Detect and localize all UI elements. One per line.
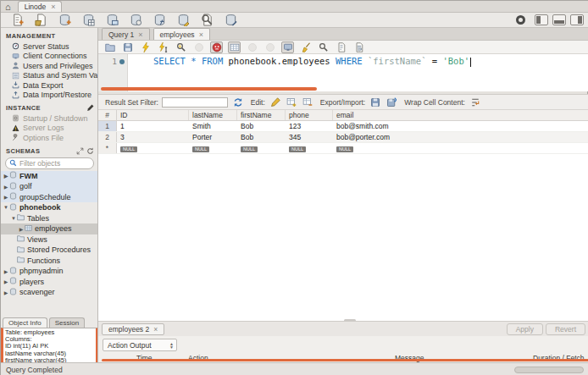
execute-current-icon[interactable] [157, 41, 169, 53]
create-schema-icon[interactable] [58, 14, 72, 27]
toggle-bottom-panel-icon[interactable] [552, 14, 566, 25]
expand-collapse-icon[interactable] [76, 147, 84, 155]
grid-cell[interactable]: bob@smith.com [333, 121, 588, 131]
sidebar-item-startup-shutdown[interactable]: Startup / Shutdown [1, 113, 97, 124]
grid-cell[interactable]: NULL [117, 143, 189, 153]
schema-filter-input[interactable] [19, 159, 87, 168]
tree-item-fwm[interactable]: ▶FWM [1, 171, 97, 182]
revert-button[interactable]: Revert [546, 323, 585, 335]
export-recordset-icon[interactable] [369, 97, 381, 108]
grid-cell[interactable]: 123 [286, 121, 333, 131]
chevron-down-icon[interactable]: ▼ [3, 205, 9, 210]
grid-cell[interactable]: 3 [117, 132, 189, 142]
editor-hscrollbar-thumb[interactable] [101, 87, 317, 91]
connection-tab-linode[interactable]: Linode × [18, 1, 63, 12]
grid-col-email[interactable]: email [333, 110, 588, 120]
tree-item-players[interactable]: ▶players [1, 277, 97, 288]
open-sql-file-icon[interactable] [34, 14, 48, 27]
sidebar-item-client-connections[interactable]: Client Connections [1, 52, 97, 62]
tree-item-views[interactable]: Views [1, 234, 97, 245]
grid-cell[interactable]: NULL [333, 143, 588, 153]
grid-row[interactable]: 23PorterBob345bob@porter.com [98, 132, 588, 143]
grid-cell[interactable]: NULL [189, 143, 237, 153]
chevron-down-icon[interactable]: ▼ [10, 216, 17, 221]
grid-cell[interactable]: Porter [189, 132, 237, 142]
explain-icon[interactable] [175, 41, 187, 53]
refresh-grid-icon[interactable] [232, 97, 244, 108]
wrap-text-icon[interactable] [352, 41, 365, 53]
grid-col-firstname[interactable]: firstName [237, 110, 286, 120]
wrap-cell-icon[interactable] [469, 97, 481, 108]
reconnect-icon[interactable] [224, 14, 238, 27]
chevron-right-icon[interactable]: ▶ [3, 173, 9, 179]
sql-code-editor[interactable]: 1 SELECT * FROM phonebook.employees WHER… [98, 54, 588, 91]
result-tab-employees-2[interactable]: employees 2 × [102, 323, 164, 335]
toggle-right-panel-icon[interactable] [570, 14, 584, 25]
tree-item-tables[interactable]: ▼Tables [1, 213, 97, 224]
grid-rownum-cell[interactable]: 1 [98, 121, 117, 131]
insert-row-icon[interactable] [286, 97, 297, 108]
autocommit-icon[interactable] [281, 41, 294, 53]
tab-session[interactable]: Session [49, 317, 85, 328]
sidebar-item-data-import-restore[interactable]: Data Import/Restore [1, 91, 97, 101]
tree-item-employees[interactable]: ▶employees [1, 223, 97, 234]
tab-employees[interactable]: employees× [153, 28, 210, 40]
instance-config-icon[interactable] [86, 104, 94, 112]
toggle-left-panel-icon[interactable] [535, 14, 548, 25]
toggle-stop-on-error-icon[interactable] [210, 41, 223, 53]
alter-object-icon[interactable] [176, 14, 191, 27]
sidebar-item-data-export[interactable]: Data Export [1, 80, 97, 91]
create-function-icon[interactable] [153, 14, 167, 27]
execute-icon[interactable] [139, 41, 152, 53]
refresh-schemas-icon[interactable] [86, 147, 94, 155]
grid-col-rownum[interactable]: # [98, 110, 117, 120]
chevron-right-icon[interactable]: ▶ [3, 184, 9, 190]
chevron-right-icon[interactable]: ▶ [3, 278, 9, 284]
tree-item-scavenger[interactable]: ▶scavenger [1, 287, 97, 298]
find-icon[interactable] [317, 41, 330, 53]
new-sql-tab-icon[interactable] [10, 14, 25, 27]
grid-cell[interactable]: Bob [237, 132, 286, 142]
sidebar-item-users-and-privileges[interactable]: Users and Privileges [1, 61, 97, 71]
invisible-chars-icon[interactable] [335, 41, 347, 53]
close-icon[interactable]: × [153, 325, 158, 334]
grid-cell[interactable]: bob@porter.com [333, 132, 588, 142]
chevron-right-icon[interactable]: ▶ [3, 290, 9, 295]
tree-item-stored-procedures[interactable]: Stored Procedures [1, 245, 97, 256]
create-procedure-icon[interactable] [129, 14, 143, 27]
status-circle-icon[interactable] [516, 15, 525, 25]
grid-cell[interactable]: Bob [237, 121, 286, 131]
close-icon[interactable]: × [199, 30, 203, 39]
create-view-icon[interactable] [105, 14, 119, 27]
tree-item-phonebook[interactable]: ▼phonebook [1, 202, 97, 213]
tree-item-functions[interactable]: Functions [1, 256, 97, 267]
grid-col-id[interactable]: ID [117, 110, 189, 120]
chevron-right-icon[interactable]: ▶ [3, 194, 9, 200]
tab-object-info[interactable]: Object Info [3, 317, 47, 328]
grid-cell[interactable]: NULL [237, 143, 286, 153]
chevron-right-icon[interactable]: ▶ [3, 268, 9, 274]
grid-cell[interactable]: 1 [117, 121, 189, 131]
grid-col-lastname[interactable]: lastName [189, 110, 237, 120]
result-filter-input[interactable] [162, 97, 228, 108]
spinner-icon[interactable]: ▲▼ [169, 342, 174, 349]
home-icon[interactable]: ⌂ [5, 2, 11, 12]
open-script-icon[interactable] [103, 41, 116, 53]
sidebar-item-server-logs[interactable]: Server Logs [1, 124, 97, 134]
statusbar-scrollbar-thumb[interactable] [514, 367, 584, 373]
sidebar-item-status-and-system-variables[interactable]: Status and System Variables [1, 71, 97, 81]
splitter-handle[interactable] [344, 319, 356, 322]
create-table-icon[interactable] [81, 14, 96, 27]
save-script-icon[interactable] [121, 41, 134, 53]
sidebar-item-options-file[interactable]: Options File [1, 133, 97, 143]
delete-row-icon[interactable] [302, 97, 313, 108]
edit-record-icon[interactable] [269, 97, 281, 108]
output-selector[interactable]: Action Output ▲▼ [103, 339, 177, 351]
grid-rownum-cell[interactable]: * [98, 143, 117, 153]
tree-item-phpmyadmin[interactable]: ▶phpmyadmin [1, 266, 97, 277]
grid-cell[interactable]: 345 [286, 132, 333, 142]
sidebar-item-server-status[interactable]: Server Status [1, 41, 97, 52]
tab-query-1[interactable]: Query 1× [102, 28, 150, 40]
search-data-icon[interactable] [200, 14, 214, 27]
close-icon[interactable]: × [51, 3, 55, 11]
